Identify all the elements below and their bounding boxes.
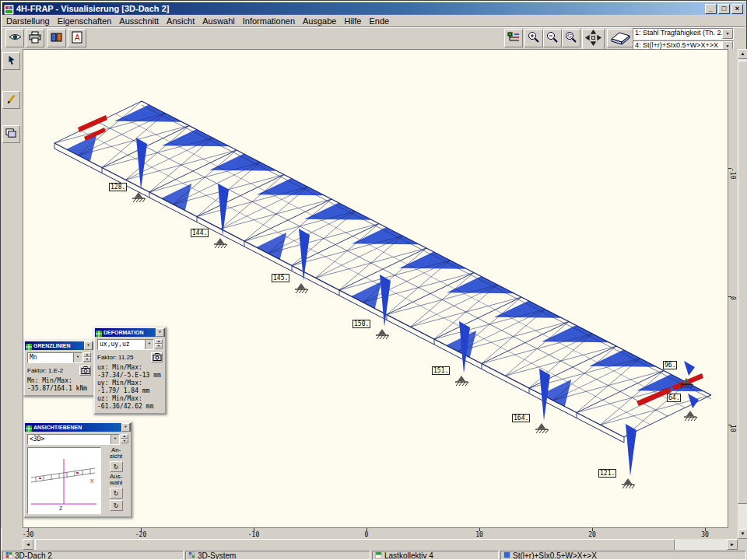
node-label: 128. <box>109 183 127 191</box>
node-label: 64. <box>667 394 681 402</box>
menu-item-auswahl[interactable]: Auswahl <box>198 16 239 26</box>
chevron-down-icon[interactable]: ▼ <box>73 353 82 362</box>
status-icon <box>5 551 12 560</box>
view-mode-button[interactable] <box>5 29 24 47</box>
node-label: 150. <box>352 320 370 328</box>
minimize-button[interactable]: _ <box>705 4 717 14</box>
panel-grenzlinien-titlebar[interactable]: GRENZLINIEN ▼ <box>25 341 93 350</box>
rotate-view-button[interactable]: ↻ <box>110 461 123 472</box>
deformation-line: -1.79/ 1.84 mm <box>97 387 163 395</box>
zoom-in-icon <box>528 31 540 46</box>
result-tree-button[interactable] <box>504 29 523 47</box>
eye-icon <box>9 32 22 44</box>
x-tick-label: -20 <box>135 531 146 538</box>
zoom-out-icon <box>546 31 559 46</box>
vertical-scroll-track[interactable] <box>738 59 747 529</box>
layers-tool-button[interactable] <box>2 125 20 143</box>
menu-item-darstellung[interactable]: Darstellung <box>2 16 54 26</box>
attributes-button[interactable]: A <box>68 29 86 47</box>
scroll-up-button[interactable]: ▲ <box>738 49 747 59</box>
maximize-button[interactable]: □ <box>718 4 730 14</box>
rotate-selection-button[interactable]: ↻ <box>110 488 123 499</box>
panel-ansicht-titlebar[interactable]: ANSICHT/EBENEN ▼ <box>25 423 131 432</box>
view-dropdown[interactable]: <3D> ▼ <box>27 434 120 445</box>
deformation-spinner: ▲ ▼ <box>155 339 163 350</box>
grenzlinien-options-button[interactable] <box>79 366 91 376</box>
edit-tool-button[interactable] <box>2 91 20 109</box>
vertical-scroll-thumb[interactable] <box>738 61 747 504</box>
node-label: 121. <box>598 469 616 478</box>
pencil-icon <box>6 93 17 107</box>
books-icon <box>51 31 63 46</box>
result-combo[interactable]: 1: Stahl Tragfähigkeit (Th. 2. O ▼ <box>633 28 734 40</box>
menu-item-ende[interactable]: Ende <box>365 16 393 26</box>
horizontal-scrollbar[interactable]: ◄ ► <box>23 539 738 550</box>
vertical-scrollbar[interactable]: ▲ ▼ <box>738 49 747 539</box>
x-tick-label: 30 <box>701 531 709 538</box>
status-icon <box>375 551 382 560</box>
scroll-down-button[interactable]: ▼ <box>738 529 747 539</box>
status-cell-loadcollective: Lastkollektiv 4 <box>372 551 499 560</box>
main-toolbar: A 1: Stahl Tragfähigkeit (Th. 2. O ▼ 4: … <box>2 27 745 50</box>
horizontal-scroll-track[interactable] <box>33 539 727 550</box>
scroll-right-button[interactable]: ► <box>727 539 738 550</box>
chevron-down-icon[interactable]: ▼ <box>722 29 733 39</box>
print-button[interactable] <box>26 29 44 47</box>
view-preview[interactable]: X Z <box>27 447 101 514</box>
grenzlinien-spinner: ▲ ▼ <box>83 352 91 363</box>
status-icon <box>188 551 195 560</box>
zoom-in-button[interactable] <box>524 29 543 47</box>
rollup-button[interactable]: ▼ <box>156 328 164 337</box>
horizontal-scroll-thumb[interactable] <box>35 539 675 551</box>
spinner-down-button[interactable]: ▼ <box>155 344 163 348</box>
menu-item-ausschnitt[interactable]: Ausschnitt <box>115 16 163 26</box>
deformation-line: ux: Min/Max: <box>97 364 163 372</box>
node-label: 96. <box>663 361 677 369</box>
zoom-out-button[interactable] <box>543 29 562 47</box>
deformation-component-dropdown[interactable]: ux,uy,uz ▼ <box>97 339 154 350</box>
status-cell-combination: St(l+r)+SIx0.5+W>X+>X <box>500 551 746 560</box>
node-label: 145. <box>272 274 289 282</box>
deformation-line: uz: Min/Max: <box>97 395 163 403</box>
zoom-window-button[interactable] <box>562 29 580 47</box>
rotate-selection-button-2[interactable]: ↻ <box>110 500 123 511</box>
menu-item-informationen[interactable]: Informationen <box>239 16 299 26</box>
menu-item-ansicht[interactable]: Ansicht <box>163 16 198 26</box>
rollup-button[interactable]: ▼ <box>84 341 93 350</box>
view-spinner: ▲ ▼ <box>121 434 128 445</box>
pan-control[interactable] <box>582 29 605 50</box>
menu-item-ausgabe[interactable]: Ausgabe <box>299 16 340 26</box>
status-cell-project: 3D-Dach 2 <box>2 551 184 560</box>
scroll-left-button[interactable]: ◄ <box>23 539 33 550</box>
spinner-down-button[interactable]: ▼ <box>121 439 128 443</box>
select-tool-button[interactable] <box>2 52 20 70</box>
close-button[interactable]: × <box>731 4 743 14</box>
application-window: 4H-FRAP - Visualisierung [3D-Dach 2] _ □… <box>0 0 747 560</box>
zoom-window-icon <box>565 31 577 46</box>
rollup-button[interactable]: ▼ <box>121 423 130 432</box>
panel-deformation-titlebar[interactable]: DEFORMATION ▼ <box>95 328 165 337</box>
window-controls: _ □ × <box>705 4 743 14</box>
menu-item-eigenschaften[interactable]: Eigenschaften <box>54 16 116 26</box>
grenzlinien-faktor-label: Faktor: 1.E-2 <box>27 367 63 374</box>
drawing-canvas[interactable]: GRENZLINIEN ▼ Mn ▼ ▲ ▼ Faktor: 1.E-2 <box>23 49 728 528</box>
pointer-icon <box>6 54 17 68</box>
chevron-down-icon[interactable]: ▼ <box>145 340 153 349</box>
title-bar[interactable]: 4H-FRAP - Visualisierung [3D-Dach 2] _ □… <box>2 2 745 15</box>
panel-title: ANSICHT/EBENEN <box>33 425 120 430</box>
scrollbar-corner <box>738 539 747 550</box>
menu-item-hilfe[interactable]: Hilfe <box>340 16 365 26</box>
library-button[interactable] <box>47 29 66 47</box>
deformation-options-button[interactable] <box>151 352 163 362</box>
panel-deformation: DEFORMATION ▼ ux,uy,uz ▼ ▲ ▼ Faktor: 11.… <box>93 327 167 415</box>
status-bar: 3D-Dach 2 3D-System Lastkollektiv 4 St(l… <box>1 550 747 560</box>
chevron-down-icon[interactable]: ▼ <box>110 435 119 444</box>
v-ruler: -10010 <box>728 49 738 528</box>
camera-icon <box>81 365 90 376</box>
grenzlinien-result-dropdown[interactable]: Mn ▼ <box>27 352 82 363</box>
view-3d-button[interactable] <box>607 29 633 47</box>
spinner-down-button[interactable]: ▼ <box>83 357 91 362</box>
cube-3d-icon <box>608 29 632 48</box>
panel-title: GRENZLINIEN <box>33 343 82 348</box>
view-actions: An- sicht ↻ Aus- wahl ↻ ↻ <box>103 447 128 514</box>
